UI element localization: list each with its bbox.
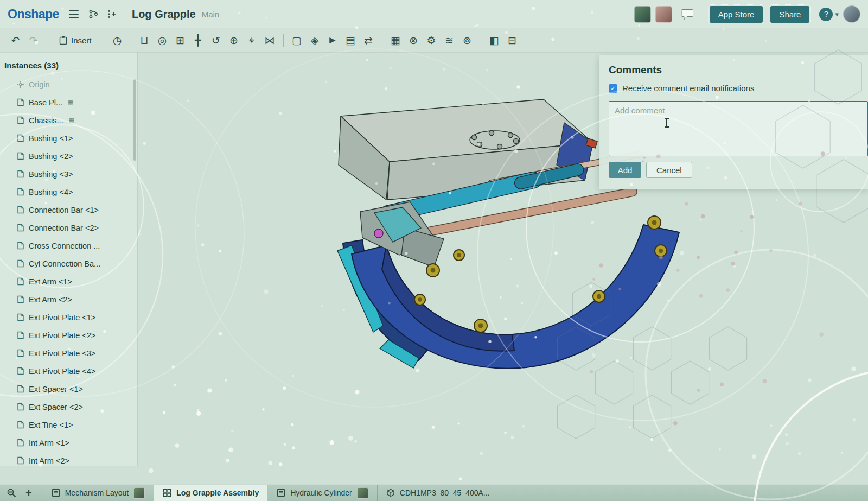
instance-label: Int Arm <2>: [29, 456, 69, 465]
instance-row[interactable]: Int Arm <2> ▦: [0, 452, 137, 466]
share-button[interactable]: Share: [770, 6, 809, 23]
part-icon: [16, 134, 24, 142]
part-icon: [16, 439, 24, 447]
mate-connector-icon[interactable]: ⌖: [243, 32, 261, 48]
box-select-icon[interactable]: ▢: [288, 32, 306, 48]
section-view-icon[interactable]: ◧: [486, 32, 503, 48]
app-store-button[interactable]: App Store: [710, 6, 763, 23]
onshape-logo[interactable]: Onshape: [8, 7, 59, 22]
instance-row[interactable]: Base Pl... ▦: [0, 93, 137, 111]
document-tab[interactable]: Log Grapple Assembly: [154, 485, 268, 501]
document-tab[interactable]: Hydraulic Cylinder: [268, 485, 378, 501]
instance-row[interactable]: Ext Pivot Plate <2> ▦: [0, 326, 137, 344]
instance-row[interactable]: Bushing <1> ▦: [0, 129, 137, 147]
bom-table-icon[interactable]: ▤: [342, 32, 360, 48]
instance-label: Ext Pivot Plate <4>: [29, 367, 95, 376]
history-icon[interactable]: ◷: [108, 32, 126, 48]
instance-row[interactable]: Connection Bar <2> ▦: [0, 219, 137, 237]
instance-row[interactable]: Ext Pivot Plate <3> ▦: [0, 344, 137, 362]
toolbar-separator: [481, 34, 481, 47]
collaborator-avatar[interactable]: [634, 6, 651, 23]
measure-icon[interactable]: ⊟: [503, 32, 521, 48]
config-badge-icon: ▦: [68, 99, 73, 106]
mirror-icon[interactable]: ⋈: [261, 32, 279, 48]
instance-row[interactable]: Int Arm <1> ▦: [0, 434, 137, 452]
insert-label: Insert: [71, 36, 92, 45]
part-icon: [16, 116, 24, 124]
instance-label: Bushing <4>: [29, 188, 73, 196]
instance-row[interactable]: Connection Bar <1> ▦: [0, 201, 137, 219]
instance-row[interactable]: Ext Arm <2> ▦: [0, 290, 137, 308]
instances-panel: Instances (33) Origin ▦ Base Pl... ▦ Cha…: [0, 52, 138, 466]
comments-toggle-icon[interactable]: [681, 8, 694, 21]
drive-mate-icon[interactable]: ►: [324, 32, 342, 48]
email-notifications-row[interactable]: Receive comment email notifications: [609, 84, 868, 93]
part-icon: [16, 313, 24, 321]
email-notifications-label: Receive comment email notifications: [622, 84, 754, 93]
interference-icon[interactable]: ⊗: [405, 32, 423, 48]
instances-list: Origin ▦ Base Pl... ▦ Chassis... ▦ Bushi…: [0, 75, 137, 466]
instance-row[interactable]: Chassis... ▦: [0, 111, 137, 129]
instance-row[interactable]: Cyl Connection Ba... ▦: [0, 255, 137, 272]
instance-row[interactable]: Bushing <4> ▦: [0, 183, 137, 201]
collaborator-avatar[interactable]: [655, 6, 672, 23]
user-avatar[interactable]: [843, 5, 860, 23]
help-button[interactable]: ?: [819, 8, 833, 21]
release-management-icon[interactable]: [104, 6, 120, 22]
new-tab-button[interactable]: [25, 487, 32, 498]
move-icon[interactable]: ╋: [189, 32, 207, 48]
add-comment-button[interactable]: Add: [609, 162, 641, 178]
mate-icon[interactable]: ◎: [154, 32, 171, 48]
instance-row[interactable]: Ext Pivot Plate <4> ▦: [0, 362, 137, 380]
toolbar-separator: [47, 34, 47, 47]
instance-row[interactable]: Bushing <3> ▦: [0, 165, 137, 183]
fastened-mate-icon[interactable]: ⊔: [136, 32, 154, 48]
help-caret-icon[interactable]: [835, 9, 839, 19]
redo-icon[interactable]: ↷: [24, 32, 42, 48]
animate-icon[interactable]: ⊚: [458, 32, 476, 48]
instance-label: Ext Arm <1>: [29, 277, 72, 286]
instance-label: Connection Bar <1>: [29, 206, 99, 214]
instance-label: Ext Pivot Plate <3>: [29, 349, 95, 358]
part-studio-tab-icon: [386, 489, 395, 497]
undo-icon[interactable]: ↶: [7, 32, 24, 48]
simulation-icon[interactable]: ≋: [441, 32, 458, 48]
comments-title: Comments: [609, 64, 868, 76]
instance-row[interactable]: Ext Spacer <1> ▦: [0, 380, 137, 398]
pattern-icon[interactable]: ▦: [387, 32, 405, 48]
origin-icon: [16, 80, 24, 88]
toolbar-separator: [283, 34, 284, 47]
insert-button[interactable]: Insert: [56, 35, 95, 46]
instances-header[interactable]: Instances (33): [0, 52, 137, 75]
insert-icon: [59, 36, 67, 45]
cancel-comment-button[interactable]: Cancel: [646, 162, 692, 178]
comment-input[interactable]: [609, 101, 868, 156]
instance-label: Ext Spacer <1>: [29, 385, 83, 394]
part-icon: [16, 206, 24, 214]
insert-part-icon[interactable]: ◈: [306, 32, 324, 48]
tab-manager-icon[interactable]: [7, 488, 17, 498]
instances-scrollbar[interactable]: [133, 79, 136, 161]
document-tab[interactable]: CDH1MP3_80_45_400A...: [378, 485, 499, 501]
instance-row[interactable]: Bushing <2> ▦: [0, 147, 137, 165]
assembly-toolbar: ↶ ↷ Insert ◷⊔◎⊞╋↺⊕⌖⋈▢◈►▤⇄▦⊗⚙≋⊚◧⊟: [0, 28, 868, 53]
instance-row[interactable]: Ext Pivot Plate <1> ▦: [0, 308, 137, 326]
instance-row[interactable]: Ext Arm <1> ▦: [0, 272, 137, 290]
rotate-icon[interactable]: ↺: [207, 32, 225, 48]
instance-row[interactable]: Ext Tine <1> ▦: [0, 416, 137, 434]
document-tab[interactable]: Mechanism Layout: [43, 485, 155, 501]
instance-row[interactable]: Cross Connection ... ▦: [0, 237, 137, 255]
instance-row[interactable]: Ext Spacer <2> ▦: [0, 398, 137, 416]
align-icon[interactable]: ⊕: [225, 32, 243, 48]
replicate-icon[interactable]: ⇄: [360, 32, 378, 48]
instance-label: Bushing <3>: [29, 170, 73, 179]
configurations-icon[interactable]: ⚙: [423, 32, 441, 48]
group-icon[interactable]: ⊞: [171, 32, 189, 48]
versions-icon[interactable]: [85, 6, 101, 22]
chassis-plates: [339, 99, 597, 200]
instance-row[interactable]: Origin ▦: [0, 75, 137, 93]
main-menu-icon[interactable]: [69, 10, 79, 18]
instance-label: Ext Spacer <2>: [29, 403, 83, 411]
workspace-name[interactable]: Main: [202, 10, 220, 19]
email-notifications-checkbox[interactable]: [609, 84, 617, 93]
